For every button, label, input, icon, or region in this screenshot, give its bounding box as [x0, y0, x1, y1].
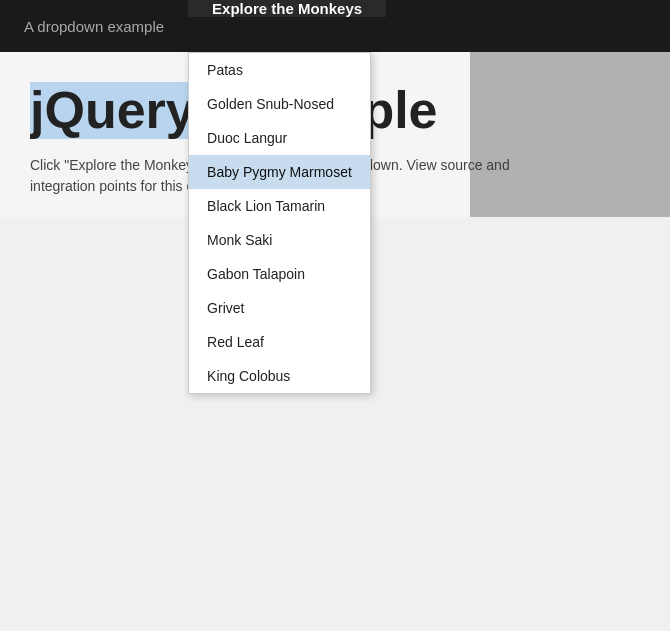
dropdown-item-duoc-langur[interactable]: Duoc Langur [189, 121, 370, 155]
dropdown-item-gabon-talapoin[interactable]: Gabon Talapoin [189, 257, 370, 291]
dropdown-item-monk-saki[interactable]: Monk Saki [189, 223, 370, 257]
nav-item-example[interactable]: A dropdown example [0, 0, 188, 52]
nav-label-example: A dropdown example [24, 18, 164, 35]
navbar: A dropdown example Explore the Monkeys P… [0, 0, 670, 52]
nav-item-monkeys[interactable]: Explore the Monkeys [188, 0, 386, 17]
dropdown-label-king-colobus: King Colobus [207, 368, 290, 384]
dropdown-item-red-leaf[interactable]: Red Leaf [189, 325, 370, 359]
dropdown-label-gabon-talapoin: Gabon Talapoin [207, 266, 305, 282]
dropdown-item-golden-snub-nosed[interactable]: Golden Snub-Nosed [189, 87, 370, 121]
dropdown-item-king-colobus[interactable]: King Colobus [189, 359, 370, 393]
dropdown-label-patas: Patas [207, 62, 243, 78]
dropdown-item-black-lion-tamarin[interactable]: Black Lion Tamarin [189, 189, 370, 223]
dropdown-menu: Patas Golden Snub-Nosed Duoc Langur Baby… [188, 52, 371, 394]
dropdown-container[interactable]: Explore the Monkeys Patas Golden Snub-No… [188, 0, 386, 52]
dropdown-item-patas[interactable]: Patas [189, 53, 370, 87]
dropdown-item-baby-pygmy-marmoset[interactable]: Baby Pygmy Marmoset [189, 155, 370, 189]
dropdown-label-golden-snub-nosed: Golden Snub-Nosed [207, 96, 334, 112]
dropdown-label-grivet: Grivet [207, 300, 244, 316]
dropdown-label-baby-pygmy-marmoset: Baby Pygmy Marmoset [207, 164, 352, 180]
dropdown-label-black-lion-tamarin: Black Lion Tamarin [207, 198, 325, 214]
dropdown-label-monk-saki: Monk Saki [207, 232, 272, 248]
dropdown-label-duoc-langur: Duoc Langur [207, 130, 287, 146]
dropdown-item-grivet[interactable]: Grivet [189, 291, 370, 325]
nav-label-monkeys: Explore the Monkeys [212, 0, 362, 17]
dropdown-label-red-leaf: Red Leaf [207, 334, 264, 350]
